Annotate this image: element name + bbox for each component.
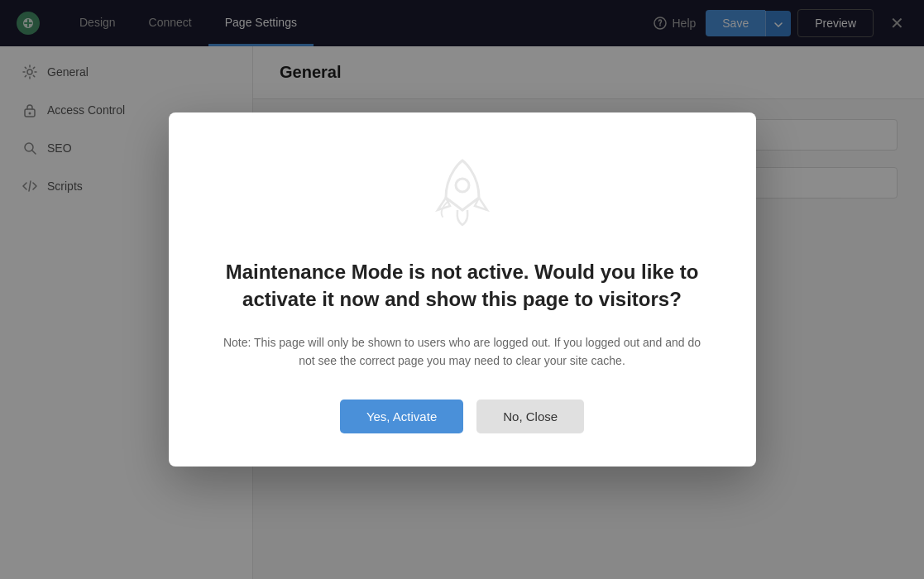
modal-buttons: Yes, Activate No, Close	[202, 400, 723, 433]
svg-point-5	[456, 179, 469, 192]
activate-button[interactable]: Yes, Activate	[340, 400, 463, 433]
modal-overlay[interactable]: Maintenance Mode is not active. Would yo…	[0, 0, 924, 579]
no-close-button[interactable]: No, Close	[476, 400, 584, 433]
rocket-illustration	[421, 152, 504, 235]
modal-dialog: Maintenance Mode is not active. Would yo…	[169, 112, 756, 467]
modal-note: Note: This page will only be shown to us…	[214, 333, 711, 371]
modal-title: Maintenance Mode is not active. Would yo…	[202, 258, 723, 313]
